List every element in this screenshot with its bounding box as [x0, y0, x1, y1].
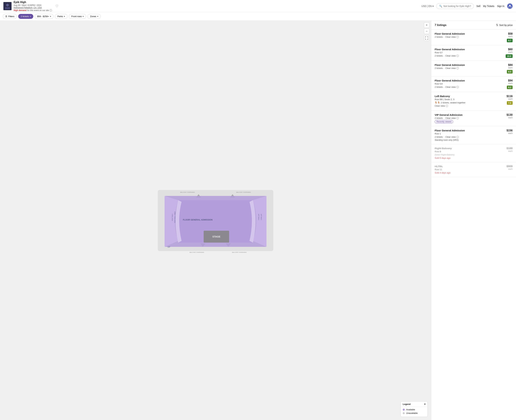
seated-together-label: 🪑🪑 2 tickets, seated together — [435, 101, 465, 104]
event-location[interactable]: Hollywood Palladium, CA, USA — [14, 7, 52, 9]
high-demand-suffix: for this event on our site — [27, 9, 49, 12]
listing-row[interactable]: Floor General Admission Row G7 2 tickets… — [431, 45, 516, 61]
listing-tickets: 2 tickets — [435, 36, 443, 38]
listing-title: HLTBL — [435, 165, 496, 168]
listing-meta: 2 tickets · Clear view i — [435, 136, 496, 138]
available-dot — [403, 409, 405, 411]
venue-map[interactable]: + − BALCONY OVERHANG BALCONY OVERHANG — [0, 21, 431, 420]
currency-label: USD — [421, 5, 426, 8]
listing-tickets: 2 tickets — [435, 54, 443, 57]
listing-price: $909 each — [496, 165, 513, 170]
rating-badge: 8.5 — [507, 70, 513, 74]
info-icon[interactable]: i — [456, 117, 459, 119]
tickets-filter-label: 2 tickets — [21, 15, 29, 18]
my-tickets-link[interactable]: My Tickets — [483, 5, 494, 8]
front-rows-filter-label: Front rows — [71, 15, 82, 18]
listing-info: Floor General Admission 2 tickets · Clea… — [435, 32, 496, 39]
listing-row[interactable]: Floor General Admission Row G4 2 tickets… — [431, 76, 516, 92]
price-each: each — [496, 132, 513, 135]
listing-row[interactable]: Left Balcony Row BB | Seats 2, 3 🪑🪑 2 ti… — [431, 92, 516, 111]
rating-badge: 10.0 — [506, 54, 513, 58]
listing-title: VIP General Admission — [435, 113, 496, 116]
sort-icon: ⇅ — [496, 23, 498, 27]
favorite-button[interactable]: ♡ — [55, 4, 58, 8]
clear-view-label: Clear view i — [445, 67, 459, 69]
listing-info: Floor General Admission Row 1 2 tickets … — [435, 129, 496, 141]
listing-tickets: 2 tickets — [435, 86, 443, 88]
listing-price: $58 each 9.7 — [496, 32, 513, 42]
listing-dot-separator: · — [444, 54, 445, 57]
listing-price: $60 each 10.0 — [496, 48, 513, 58]
available-label: Available — [406, 408, 415, 411]
listing-price: $188 each — [496, 147, 513, 152]
info-icon[interactable]: i — [456, 55, 459, 57]
svg-text:RIGHT BALC.: RIGHT BALC. — [172, 213, 173, 221]
listing-tickets: 2 tickets — [435, 136, 443, 138]
event-image — [3, 2, 12, 10]
listing-row[interactable]: Floor General Admission 2 tickets · Clea… — [431, 30, 516, 45]
listing-row[interactable]: Floor General Admission 2 tickets · Clea… — [431, 61, 516, 76]
listing-price: $94 each 8.2 — [496, 79, 513, 89]
zoom-in-button[interactable]: + — [424, 22, 429, 28]
listing-info: VIP General Admission 2 tickets · Clear … — [435, 113, 496, 123]
price-amount: $60 — [508, 48, 513, 51]
listing-subtitle: Row G7 — [435, 51, 496, 54]
zones-filter-label: Zones — [90, 15, 96, 18]
listing-dot-separator: · — [444, 67, 445, 69]
sign-in-link[interactable]: Sign In — [497, 5, 504, 8]
price-each: each — [496, 82, 513, 84]
listing-subtitle: Row G4 — [435, 82, 496, 85]
svg-text:LEFT BALC.: LEFT BALC. — [261, 214, 262, 220]
clear-view-label: Clear view i — [445, 136, 459, 138]
price-amount: $188 — [507, 147, 513, 150]
listing-tickets: 2 tickets — [435, 67, 443, 69]
search-box[interactable]: 🔍 — [436, 3, 474, 9]
rating-badge: 7.0 — [507, 101, 513, 105]
listing-subtitle: Row 11 — [435, 168, 496, 171]
listing-meta: 🪑🪑 2 tickets, seated together — [435, 101, 496, 104]
listing-info: Floor General Admission 2 tickets · Clea… — [435, 63, 496, 70]
sort-button[interactable]: ⇅ Sort by price — [496, 23, 513, 27]
lang-chevron-icon: ▾ — [433, 5, 434, 8]
search-input[interactable] — [443, 5, 471, 8]
high-demand-info-icon[interactable]: i — [50, 9, 52, 12]
price-filter-button[interactable]: $58 - $258+ ▾ — [35, 14, 53, 19]
tickets-filter-button[interactable]: 2 tickets ▾ — [18, 14, 33, 19]
event-date: Aug 28 • Wed • 8:00PM • 2024 — [14, 4, 52, 7]
perks-chevron-icon: ▾ — [64, 15, 65, 17]
svg-text:VIP: VIP — [167, 246, 170, 248]
filters-button[interactable]: ☰ Filters — [3, 14, 17, 19]
listing-row[interactable]: VIP General Admission 2 tickets · Clear … — [431, 111, 516, 126]
info-icon[interactable]: i — [456, 136, 459, 138]
listing-title: Floor General Admission — [435, 79, 496, 82]
listing-price: $156 each — [496, 129, 513, 135]
info-icon[interactable]: i — [456, 67, 459, 69]
perks-filter-button[interactable]: Perks ▾ — [55, 14, 68, 19]
listing-row[interactable]: Floor General Admission Row 1 2 tickets … — [431, 126, 516, 144]
fullscreen-button[interactable] — [424, 35, 429, 41]
listing-subtitle: Row BB | Seats 2, 3 — [435, 98, 496, 101]
info-icon[interactable]: i — [456, 86, 459, 88]
zoom-out-button[interactable]: − — [424, 29, 429, 34]
venue-svg: BALCONY OVERHANG BALCONY OVERHANG BALCON… — [158, 187, 273, 255]
listing-subtitle: Row 1 — [435, 132, 496, 135]
legend-header[interactable]: Legend ▾ — [401, 402, 427, 407]
listing-row: Right Balcony Row B Zone: Right Balcony … — [431, 144, 516, 162]
info-icon[interactable]: i — [456, 36, 459, 38]
price-each: each — [496, 35, 513, 38]
listing-title: Floor General Admission — [435, 129, 496, 132]
sell-link[interactable]: Sell — [476, 5, 480, 8]
listing-tags: Standing room only (SRO) — [435, 139, 496, 141]
lang-divider: | — [427, 5, 428, 8]
info-icon[interactable]: i — [446, 105, 448, 107]
avatar[interactable] — [507, 3, 513, 9]
sro-tag: Standing room only (SRO) — [435, 139, 459, 141]
zones-filter-button[interactable]: Zones ▾ — [87, 14, 100, 19]
listing-info: Floor General Admission Row G4 2 tickets… — [435, 79, 496, 89]
listing-meta: 2 tickets · Clear view i — [435, 86, 496, 88]
price-each: each — [496, 98, 513, 100]
currency-language-selector[interactable]: USD | EN ▾ — [421, 5, 434, 8]
listing-dot-separator: · — [444, 36, 445, 38]
front-rows-filter-button[interactable]: Front rows ▾ — [69, 14, 86, 19]
legend-title: Legend — [403, 403, 410, 405]
